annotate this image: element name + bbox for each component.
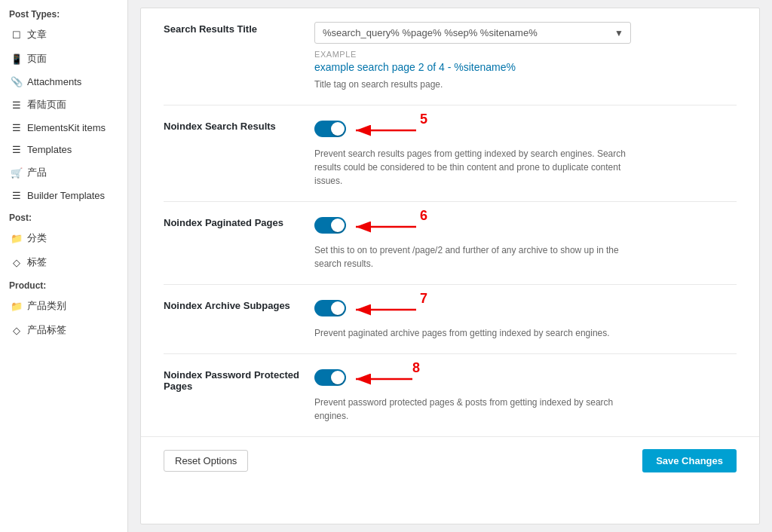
noindex-search-description: Prevent search results pages from gettin… — [314, 147, 639, 188]
sidebar-item-label: 产品标签 — [27, 323, 66, 337]
folder-icon: 📁 — [11, 233, 22, 243]
noindex-password-description: Prevent password protected pages & posts… — [314, 396, 639, 423]
post-section-label: Post: — [0, 206, 127, 226]
sidebar-item-product-tag[interactable]: ◇ 产品标签 — [0, 318, 127, 342]
sidebar-item-label: Builder Templates — [27, 190, 105, 201]
noindex-archive-content: 7 Prevent paginated archive pages from g… — [314, 298, 737, 340]
sidebar-item-kanlu[interactable]: ☰ 看陆页面 — [0, 93, 127, 117]
elementskit-icon: ☰ — [11, 123, 22, 133]
noindex-paginated-description: Set this to on to prevent /page/2 and fu… — [314, 243, 639, 271]
sidebar-item-label: 标签 — [27, 255, 47, 269]
sidebar-item-label: 分类 — [27, 231, 47, 245]
settings-panel: Search Results Title ▼ EXAMPLE example s… — [140, 8, 760, 524]
sidebar-item-label: 产品类别 — [27, 299, 66, 313]
search-results-title-content: ▼ EXAMPLE example search page 2 of 4 - %… — [314, 22, 737, 91]
noindex-search-toggle[interactable] — [314, 121, 346, 137]
search-title-select-wrapper[interactable]: ▼ — [314, 22, 631, 44]
sidebar-item-builder-templates[interactable]: ☰ Builder Templates — [0, 185, 127, 206]
toggle-knob-2 — [331, 219, 345, 232]
sidebar-item-elementskit[interactable]: ☰ ElementsKit items — [0, 117, 127, 139]
kanlu-icon: ☰ — [11, 99, 22, 110]
sidebar-item-label: Templates — [27, 144, 72, 155]
main-content: Search Results Title ▼ EXAMPLE example s… — [128, 0, 772, 532]
sidebar-item-templates[interactable]: ☰ Templates — [0, 139, 127, 161]
annotation-arrow-6 — [348, 216, 424, 238]
post-types-section-label: Post Types: — [0, 3, 127, 23]
noindex-paginated-content: 6 Set this to on to prevent /page/2 and … — [314, 216, 737, 271]
sidebar-item-wenzhang[interactable]: ☐ 文章 — [0, 23, 127, 47]
noindex-archive-description: Prevent paginated archive pages from get… — [314, 326, 639, 340]
sidebar-item-fenlei[interactable]: 📁 分类 — [0, 226, 127, 250]
toggle-knob-3 — [331, 301, 345, 315]
sidebar-item-label: Attachments — [27, 76, 81, 87]
templates-icon: ☰ — [11, 145, 22, 155]
footer-row: Reset Options Save Changes — [141, 436, 759, 485]
attachment-icon: 📎 — [11, 77, 22, 87]
annotation-6: 6 — [420, 208, 427, 224]
document-icon: ☐ — [11, 29, 22, 40]
tag-product-icon: ◇ — [11, 325, 22, 335]
noindex-archive-label: Noindex Archive Subpages — [164, 298, 299, 311]
noindex-password-row: Noindex Password Protected Pages — [164, 354, 737, 436]
noindex-archive-toggle[interactable] — [314, 300, 346, 316]
noindex-search-content: 5 Prevent search results pages from gett… — [314, 119, 737, 188]
noindex-archive-row: Noindex Archive Subpages — [164, 285, 737, 354]
sidebar-item-biaoqian[interactable]: ◇ 标签 — [0, 250, 127, 274]
sidebar-item-label: ElementsKit items — [27, 122, 106, 133]
annotation-8: 8 — [412, 360, 420, 376]
sidebar-item-label: 产品 — [27, 166, 47, 179]
noindex-password-content: 8 Prevent password protected pages & pos… — [314, 368, 737, 423]
noindex-paginated-row: Noindex Paginated Pages — [164, 202, 737, 285]
sidebar-item-chanpin[interactable]: 🛒 产品 — [0, 161, 127, 185]
example-label: EXAMPLE — [314, 50, 737, 59]
annotation-5: 5 — [420, 112, 427, 127]
tag-icon: ◇ — [11, 257, 22, 268]
noindex-password-label: Noindex Password Protected Pages — [164, 368, 299, 392]
reset-options-button[interactable]: Reset Options — [164, 450, 248, 472]
sidebar-item-attachments[interactable]: 📎 Attachments — [0, 71, 127, 93]
product-section-label: Product: — [0, 274, 127, 294]
sidebar-item-label: 看陆页面 — [27, 98, 66, 112]
search-title-description: Title tag on search results page. — [314, 78, 737, 91]
search-title-input[interactable] — [314, 22, 631, 44]
folder-product-icon: 📁 — [11, 301, 22, 311]
save-changes-button[interactable]: Save Changes — [642, 449, 737, 472]
annotation-arrow-7 — [348, 298, 424, 321]
sidebar-item-yemian[interactable]: 📱 页面 — [0, 47, 127, 71]
page-icon: 📱 — [11, 54, 22, 64]
example-value: example search page 2 of 4 - %sitename% — [314, 61, 737, 73]
toggle-knob — [331, 122, 345, 136]
sidebar-item-label: 文章 — [27, 28, 47, 41]
noindex-search-label: Noindex Search Results — [164, 119, 299, 132]
search-results-title-row: Search Results Title ▼ EXAMPLE example s… — [164, 8, 737, 105]
sidebar-item-product-category[interactable]: 📁 产品类别 — [0, 294, 127, 318]
noindex-paginated-toggle[interactable] — [314, 217, 346, 234]
annotation-arrow-5 — [348, 119, 424, 142]
noindex-password-toggle[interactable] — [314, 369, 346, 386]
toggle-knob-4 — [331, 371, 345, 384]
noindex-search-row: Noindex Search Results — [164, 105, 737, 202]
sidebar-item-label: 页面 — [27, 52, 47, 66]
cart-icon: 🛒 — [11, 167, 22, 178]
search-results-title-label: Search Results Title — [164, 22, 299, 35]
builder-icon: ☰ — [11, 191, 22, 201]
annotation-7: 7 — [420, 291, 427, 307]
sidebar: Post Types: ☐ 文章 📱 页面 📎 Attachments ☰ 看陆… — [0, 0, 128, 532]
noindex-paginated-label: Noindex Paginated Pages — [164, 216, 299, 228]
